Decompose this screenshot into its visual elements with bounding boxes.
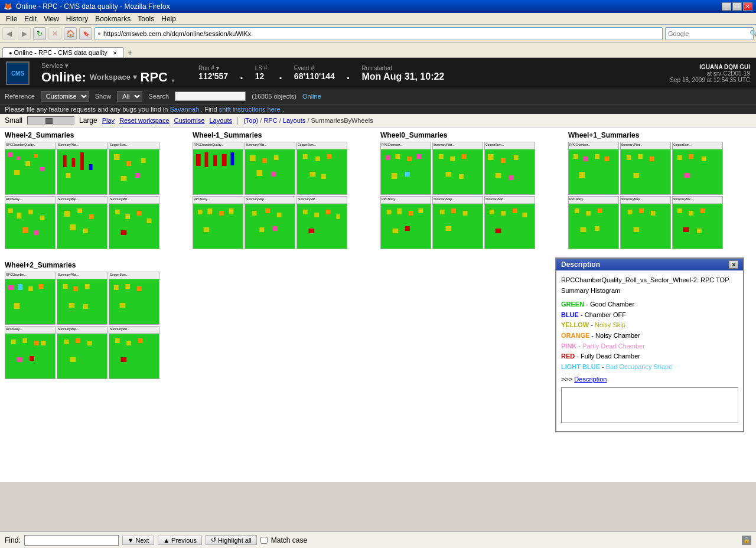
description-link[interactable]: Description [574, 376, 607, 383]
svg-rect-54 [309, 172, 315, 177]
svg-rect-71 [326, 210, 331, 214]
workspace-dropdown[interactable]: Workspace ▾ [90, 73, 137, 81]
address-bar[interactable]: ● [94, 27, 663, 40]
chart-w0-5[interactable]: SummaryMap... [432, 196, 483, 249]
chart-w1-3[interactable]: CopperSum... [296, 142, 347, 195]
minimize-btn[interactable]: _ [722, 2, 731, 11]
browser-tab-active[interactable]: ● Online - RPC - CMS data quality ✕ [2, 47, 124, 57]
chart-w0-1[interactable]: RPCChamber... [380, 142, 431, 195]
chart-wp1-2[interactable]: SummaryPilot... [620, 142, 671, 195]
chart-w2-4[interactable]: RPCNoisy... [5, 196, 56, 249]
stop-button[interactable]: ✕ [48, 27, 61, 40]
tab-label: Online - RPC - CMS data quality [14, 49, 107, 56]
svg-rect-90 [514, 155, 519, 160]
svg-rect-104 [445, 226, 451, 231]
breadcrumb-layouts[interactable]: Layouts [283, 117, 306, 124]
chart-wp1-6[interactable]: SummaryMR... [672, 196, 723, 249]
tab-close-icon[interactable]: ✕ [113, 50, 118, 56]
svg-rect-102 [451, 208, 456, 213]
svg-rect-170 [76, 338, 80, 343]
chart-w2-3[interactable]: CopperSum... [109, 142, 159, 195]
svg-rect-55 [321, 174, 326, 179]
chart-w0-3[interactable]: CopperSum... [484, 142, 535, 195]
svg-rect-10 [80, 152, 84, 170]
chart-wp2-3[interactable]: CopperSum... [109, 272, 159, 325]
run-label[interactable]: Run # ▾ [198, 65, 228, 71]
ws-toolbar: Small Large Play Reset workspace Customi… [0, 114, 756, 128]
chart-w2-1[interactable]: RPCChamberQuality... [5, 142, 56, 195]
chart-wp2-5[interactable]: SummaryMap... [57, 326, 107, 379]
svg-rect-6 [40, 167, 45, 171]
chart-w2-5[interactable]: SummaryMap... [57, 196, 107, 249]
chart-wp1-1[interactable]: RPCChamber... [568, 142, 619, 195]
menu-bookmarks[interactable]: Bookmarks [92, 14, 134, 24]
svg-rect-162 [11, 340, 16, 344]
reload-button[interactable]: ↻ [33, 27, 46, 40]
address-input[interactable] [103, 30, 660, 37]
chart-w1-2[interactable]: SummaryPilot... [245, 142, 295, 195]
play-button[interactable]: Play [102, 117, 115, 124]
chart-wp1-3[interactable]: CopperSum... [672, 142, 723, 195]
chart-wp2-6[interactable]: SummaryMR... [109, 326, 159, 379]
status-badge: Online [302, 93, 321, 100]
chart-w2-6[interactable]: SummaryMR... [109, 196, 159, 249]
savannah-link[interactable]: Savannah [170, 106, 199, 113]
home-button[interactable]: 🏠 [64, 27, 77, 40]
svg-rect-35 [137, 211, 142, 216]
svg-rect-94 [387, 210, 392, 214]
close-btn[interactable]: ✕ [743, 2, 752, 11]
forward-button[interactable]: ▶ [18, 27, 31, 40]
size-slider[interactable] [27, 116, 74, 125]
chart-w1-5[interactable]: SummaryMap... [245, 196, 295, 249]
svg-rect-85 [445, 172, 451, 177]
menu-view[interactable]: View [40, 14, 63, 24]
chart-w1-6[interactable]: SummaryMR... [296, 196, 347, 249]
chart-w2-2[interactable]: SummaryPilot... [57, 142, 107, 195]
description-close-button[interactable]: ✕ [729, 260, 738, 269]
service-value: Online: [41, 70, 86, 85]
svg-rect-101 [440, 210, 445, 214]
chart-wp2-1[interactable]: RPCChamber... [5, 272, 56, 325]
description-textarea[interactable] [561, 387, 738, 423]
svg-rect-134 [628, 210, 633, 214]
maximize-btn[interactable]: □ [732, 2, 742, 11]
menu-tools[interactable]: Tools [134, 14, 158, 24]
show-select[interactable]: All [117, 91, 142, 102]
new-tab-button[interactable]: + [124, 48, 136, 57]
svg-rect-40 [205, 152, 208, 167]
chart-w0-6[interactable]: SummaryMR... [484, 196, 535, 249]
svg-rect-49 [271, 172, 276, 177]
svg-rect-4 [34, 154, 38, 158]
chart-wp1-5[interactable]: SummaryMap... [620, 196, 671, 249]
bookmark-add-button[interactable]: 🔖 [79, 27, 92, 40]
search-bar[interactable]: 🔍 [665, 27, 754, 40]
chart-w0-2[interactable]: SummaryPilot... [432, 142, 483, 195]
search-input[interactable] [175, 92, 246, 101]
legend-red: RED - Fully Dead Chamber [561, 351, 738, 362]
menu-history[interactable]: History [63, 14, 92, 24]
svg-rect-20 [8, 208, 13, 213]
chart-w1-4[interactable]: RPCNoisy... [193, 196, 243, 249]
browser-search-input[interactable] [668, 30, 750, 37]
svg-rect-169 [64, 340, 69, 344]
menu-help[interactable]: Help [158, 14, 180, 24]
svg-rect-146 [18, 284, 22, 290]
svg-rect-22 [28, 210, 33, 214]
menu-file[interactable]: File [2, 14, 21, 24]
reset-workspace-button[interactable]: Reset workspace [119, 117, 169, 124]
chart-wp2-2[interactable]: SummaryPilot... [57, 272, 107, 325]
menu-edit[interactable]: Edit [21, 14, 40, 24]
chart-wp2-4[interactable]: RPCNoisy... [5, 326, 56, 379]
back-button[interactable]: ◀ [2, 27, 15, 40]
breadcrumb-top[interactable]: (Top) [243, 117, 258, 124]
service-dropdown[interactable]: Service ▾ [41, 62, 69, 70]
shift-instructions-link[interactable]: shift instructions here [219, 106, 281, 113]
breadcrumb-rpc[interactable]: RPC [263, 117, 277, 124]
tab-favicon: ● [9, 50, 12, 56]
reference-select[interactable]: Customise [41, 91, 89, 102]
customise-button[interactable]: Customise [174, 117, 205, 124]
chart-w1-1[interactable]: RPCChamberQuality... [193, 142, 243, 195]
chart-w0-4[interactable]: RPCNoisy... [380, 196, 431, 249]
chart-wp1-4[interactable]: RPCNoisy... [568, 196, 619, 249]
layouts-button[interactable]: Layouts [209, 117, 232, 124]
